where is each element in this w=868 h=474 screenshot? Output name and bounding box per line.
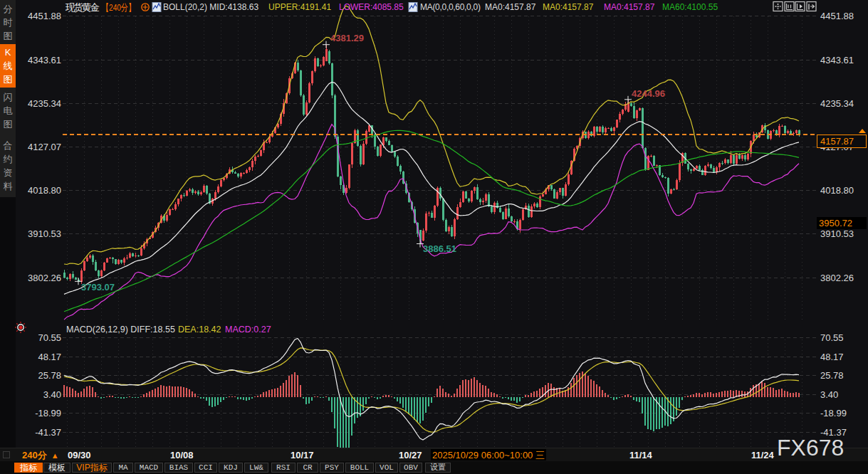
svg-text:MA(0,0,0,60,0,0): MA(0,0,0,60,0,0) <box>420 2 481 12</box>
svg-text:3802.26: 3802.26 <box>28 273 61 283</box>
svg-text:4235.34: 4235.34 <box>820 98 854 109</box>
svg-text:3.40: 3.40 <box>43 389 61 400</box>
svg-text:70.55: 70.55 <box>38 332 61 343</box>
svg-text:3910.53: 3910.53 <box>28 228 61 239</box>
svg-text:3910.53: 3910.53 <box>820 228 854 239</box>
svg-text:3950.72: 3950.72 <box>819 218 852 228</box>
svg-text:UPPER:4191.41: UPPER:4191.41 <box>268 2 331 12</box>
svg-text:MACD(26,12,9) DIFF:18.55: MACD(26,12,9) DIFF:18.55 <box>66 325 175 335</box>
svg-text:3802.26: 3802.26 <box>820 273 854 283</box>
svg-text:4018.80: 4018.80 <box>28 185 61 196</box>
svg-text:3.40: 3.40 <box>820 389 838 400</box>
svg-text:4381.29: 4381.29 <box>330 33 364 43</box>
svg-text:MA0:4157.87: MA0:4157.87 <box>543 2 594 12</box>
svg-text:-18.99: -18.99 <box>820 408 847 418</box>
svg-text:4451.88: 4451.88 <box>820 11 854 21</box>
svg-text:BOLL(20,2) MID:4138.63: BOLL(20,2) MID:4138.63 <box>163 2 258 12</box>
svg-text:70.55: 70.55 <box>820 332 844 343</box>
svg-text:MACD:0.27: MACD:0.27 <box>225 325 271 335</box>
svg-text:现货黄金: 现货黄金 <box>65 2 100 13</box>
svg-text:4244.96: 4244.96 <box>632 88 665 99</box>
svg-text:25.78: 25.78 <box>38 370 61 381</box>
svg-text:MA60:4100.55: MA60:4100.55 <box>662 2 718 12</box>
svg-text:4018.80: 4018.80 <box>820 185 854 196</box>
svg-text:LOWER:4085.85: LOWER:4085.85 <box>339 2 404 12</box>
svg-text:3793.07: 3793.07 <box>81 282 115 293</box>
svg-text:【240分】: 【240分】 <box>102 2 135 13</box>
svg-text:48.17: 48.17 <box>38 352 61 362</box>
svg-text:4235.34: 4235.34 <box>28 98 61 109</box>
svg-text:DEA:18.42: DEA:18.42 <box>178 325 221 335</box>
svg-text:25.78: 25.78 <box>820 370 844 381</box>
svg-text:4127.07: 4127.07 <box>28 142 61 152</box>
svg-text:4157.87: 4157.87 <box>820 136 854 147</box>
svg-text:-41.37: -41.37 <box>35 427 61 438</box>
svg-text:4451.88: 4451.88 <box>28 11 61 21</box>
svg-text:3886.51: 3886.51 <box>423 243 456 254</box>
svg-text:48.17: 48.17 <box>820 352 844 362</box>
svg-text:MA0:4157.87: MA0:4157.87 <box>485 2 536 12</box>
svg-text:MA0:4157.87: MA0:4157.87 <box>604 2 655 12</box>
svg-text:-18.99: -18.99 <box>35 408 61 418</box>
svg-text:4343.61: 4343.61 <box>28 55 61 65</box>
svg-text:4343.61: 4343.61 <box>820 55 854 65</box>
